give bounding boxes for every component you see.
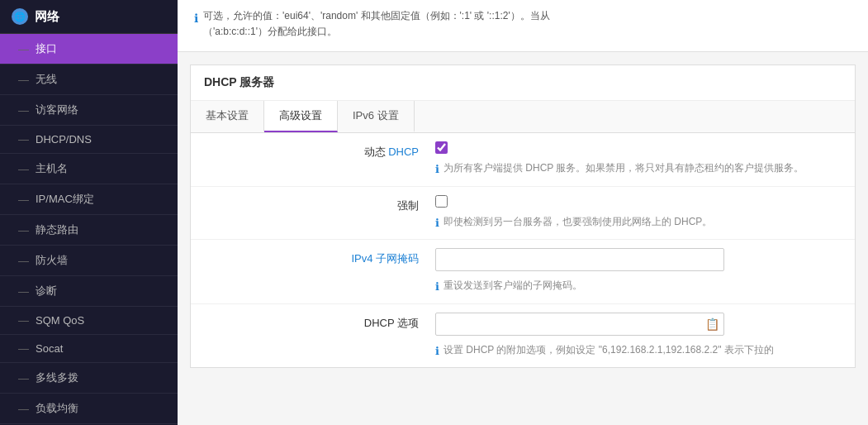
dhcp-server-title: DHCP 服务器 — [191, 65, 855, 101]
dhcp-options-help: ℹ 设置 DHCP 的附加选项，例如设定 "6,192.168.2.1,192.… — [435, 340, 842, 360]
help-icon: ℹ — [435, 161, 439, 178]
dash-icon: — — [18, 314, 29, 327]
sidebar-item-dhcp-dns[interactable]: — DHCP/DNS — [0, 126, 178, 154]
dhcp-options-label: DHCP 选项 — [204, 313, 435, 331]
help-icon: ℹ — [435, 215, 439, 232]
sidebar-item-socat[interactable]: — Socat — [0, 335, 178, 363]
dhcp-advanced-form: 动态 DHCP ℹ 为所有客户端提供 DHCP 服务。如果禁用，将只对具有静态租… — [191, 133, 855, 367]
sidebar-item-label: SQM QoS — [36, 314, 84, 327]
sidebar-item-ip-mac-bind[interactable]: — IP/MAC绑定 — [0, 184, 178, 215]
dynamic-dhcp-help-text: 为所有客户端提供 DHCP 服务。如果禁用，将只对具有静态租约的客户提供服务。 — [443, 160, 804, 175]
dhcp-options-control: 📋 ℹ 设置 DHCP 的附加选项，例如设定 "6,192.168.2.1,19… — [435, 313, 842, 360]
dash-icon: — — [18, 372, 29, 384]
sidebar-item-label: Socat — [36, 342, 63, 355]
force-label: 强制 — [204, 195, 435, 213]
dash-icon: — — [18, 255, 29, 267]
dash-icon: — — [18, 163, 29, 175]
info-text-content: 可选，允许的值：'eui64'、'random' 和其他固定值（例如：':1' … — [203, 8, 550, 40]
tab-basic[interactable]: 基本设置 — [191, 101, 264, 132]
dash-icon: — — [18, 285, 29, 298]
dash-icon: — — [18, 43, 29, 55]
ipv4-subnet-mask-input[interactable] — [435, 248, 724, 271]
dynamic-dhcp-inline — [435, 141, 842, 154]
dash-icon: — — [18, 133, 29, 146]
ipv4-subnet-mask-control: ℹ 重设发送到客户端的子网掩码。 — [435, 248, 842, 295]
dhcp-link[interactable]: DHCP — [388, 146, 419, 158]
force-checkbox[interactable] — [435, 195, 448, 208]
info-box: ℹ 可选，允许的值：'eui64'、'random' 和其他固定值（例如：':1… — [178, 0, 868, 52]
sidebar-item-label: IP/MAC绑定 — [36, 192, 94, 207]
ipv4-subnet-mask-row: IPv4 子网掩码 ℹ 重设发送到客户端的子网掩码。 — [191, 240, 855, 304]
dash-icon: — — [18, 342, 29, 355]
sidebar-item-multiwan[interactable]: — 多线多拨 — [0, 363, 178, 394]
sidebar-item-diagnostics[interactable]: — 诊断 — [0, 276, 178, 307]
sidebar-item-label: 静态路由 — [36, 222, 78, 237]
sidebar-item-label: 接口 — [36, 41, 57, 56]
sidebar-item-label: 负载均衡 — [36, 401, 78, 416]
ipv4-subnet-mask-help-text: 重设发送到客户端的子网掩码。 — [443, 278, 582, 293]
help-icon: ℹ — [435, 343, 439, 360]
sidebar-item-firewall[interactable]: — 防火墙 — [0, 246, 178, 276]
info-text: ℹ 可选，允许的值：'eui64'、'random' 和其他固定值（例如：':1… — [194, 8, 851, 40]
sidebar-item-hostname[interactable]: — 主机名 — [0, 154, 178, 184]
dhcp-options-inline: 📋 — [435, 313, 842, 336]
force-row: 强制 ℹ 即使检测到另一台服务器，也要强制使用此网络上的 DHCP。 — [191, 187, 855, 241]
dhcp-options-input-wrapper: 📋 — [435, 313, 724, 336]
dash-icon: — — [18, 74, 29, 86]
force-inline — [435, 195, 842, 208]
dash-icon: — — [18, 403, 29, 415]
force-help-text: 即使检测到另一台服务器，也要强制使用此网络上的 DHCP。 — [443, 214, 712, 229]
ipv4-subnet-mask-help: ℹ 重设发送到客户端的子网掩码。 — [435, 275, 842, 295]
sidebar-title: 网络 — [35, 9, 59, 25]
dynamic-dhcp-checkbox[interactable] — [435, 141, 448, 154]
sidebar-item-sqm-qos[interactable]: — SQM QoS — [0, 307, 178, 335]
dash-icon: — — [18, 104, 29, 117]
sidebar-item-label: DHCP/DNS — [36, 133, 92, 146]
dynamic-dhcp-control: ℹ 为所有客户端提供 DHCP 服务。如果禁用，将只对具有静态租约的客户提供服务… — [435, 141, 842, 178]
sidebar-item-label: 诊断 — [36, 284, 57, 298]
tab-basic-label: 基本设置 — [206, 109, 249, 122]
sidebar-item-load-balance[interactable]: — 负载均衡 — [0, 394, 178, 424]
sidebar-item-wireless[interactable]: — 无线 — [0, 64, 178, 95]
help-icon: ℹ — [435, 279, 439, 295]
dynamic-dhcp-help: ℹ 为所有客户端提供 DHCP 服务。如果禁用，将只对具有静态租约的客户提供服务… — [435, 158, 842, 178]
ipv4-subnet-mask-label: IPv4 子网掩码 — [204, 248, 435, 266]
dhcp-options-help-text: 设置 DHCP 的附加选项，例如设定 "6,192.168.2.1,192.16… — [443, 342, 774, 357]
sidebar-item-label: 防火墙 — [36, 253, 68, 268]
dhcp-options-row: DHCP 选项 📋 ℹ 设置 DHCP 的附加选项，例如设定 "6,192.16… — [191, 304, 855, 368]
dhcp-options-input[interactable] — [435, 313, 724, 336]
sidebar-item-interface[interactable]: — 接口 — [0, 34, 178, 64]
sidebar-item-label: 多线多拨 — [36, 370, 78, 385]
dhcp-tabs: 基本设置 高级设置 IPv6 设置 — [191, 101, 855, 133]
sidebar-item-guest-network[interactable]: — 访客网络 — [0, 95, 178, 126]
dhcp-server-section: DHCP 服务器 基本设置 高级设置 IPv6 设置 动态 DHCP — [190, 64, 856, 368]
force-help: ℹ 即使检测到另一台服务器，也要强制使用此网络上的 DHCP。 — [435, 212, 842, 232]
tab-advanced-label: 高级设置 — [279, 109, 322, 122]
dash-icon: — — [18, 224, 29, 236]
main-content: ℹ 可选，允许的值：'eui64'、'random' 和其他固定值（例如：':1… — [178, 0, 868, 425]
sidebar-item-label: 主机名 — [36, 161, 68, 176]
network-icon: 🌐 — [12, 8, 28, 25]
copy-icon[interactable]: 📋 — [705, 318, 719, 331]
info-icon: ℹ — [194, 9, 198, 27]
sidebar-header: 🌐 网络 — [0, 0, 178, 34]
dynamic-dhcp-label: 动态 DHCP — [204, 141, 435, 160]
dynamic-dhcp-row: 动态 DHCP ℹ 为所有客户端提供 DHCP 服务。如果禁用，将只对具有静态租… — [191, 133, 855, 187]
tab-ipv6[interactable]: IPv6 设置 — [338, 101, 415, 132]
sidebar-item-label: 访客网络 — [36, 103, 78, 117]
tab-advanced[interactable]: 高级设置 — [264, 101, 338, 132]
sidebar-item-label: 无线 — [36, 72, 57, 87]
ipv4-subnet-mask-link[interactable]: IPv4 子网掩码 — [351, 252, 419, 265]
force-control: ℹ 即使检测到另一台服务器，也要强制使用此网络上的 DHCP。 — [435, 195, 842, 232]
dash-icon: — — [18, 193, 29, 206]
ipv4-subnet-mask-inline — [435, 248, 842, 271]
sidebar-item-static-routes[interactable]: — 静态路由 — [0, 215, 178, 246]
sidebar: 🌐 网络 — 接口 — 无线 — 访客网络 — DHCP/DNS — 主机名 —… — [0, 0, 178, 425]
tab-ipv6-label: IPv6 设置 — [353, 109, 399, 122]
